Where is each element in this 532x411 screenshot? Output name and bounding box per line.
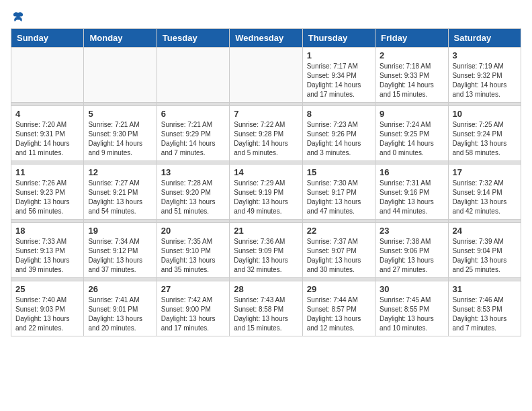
calendar-cell: 24Sunrise: 7:39 AMSunset: 9:04 PMDayligh… — [448, 223, 521, 278]
calendar-cell: 15Sunrise: 7:30 AMSunset: 9:17 PMDayligh… — [302, 165, 375, 220]
day-number: 12 — [88, 167, 152, 177]
calendar-cell: 14Sunrise: 7:29 AMSunset: 9:19 PMDayligh… — [230, 165, 302, 220]
calendar-cell: 23Sunrise: 7:38 AMSunset: 9:06 PMDayligh… — [375, 223, 448, 278]
day-number: 14 — [234, 167, 298, 177]
day-info: Sunrise: 7:43 AMSunset: 8:58 PMDaylight:… — [234, 295, 298, 333]
day-info: Sunrise: 7:34 AMSunset: 9:12 PMDaylight:… — [88, 237, 152, 275]
day-number: 22 — [307, 226, 371, 236]
day-info: Sunrise: 7:29 AMSunset: 9:19 PMDaylight:… — [234, 179, 298, 216]
day-info: Sunrise: 7:45 AMSunset: 8:55 PMDaylight:… — [380, 295, 443, 333]
day-info: Sunrise: 7:26 AMSunset: 9:23 PMDaylight:… — [15, 179, 79, 216]
day-info: Sunrise: 7:37 AMSunset: 9:07 PMDaylight:… — [307, 237, 371, 275]
day-info: Sunrise: 7:31 AMSunset: 9:16 PMDaylight:… — [380, 179, 443, 216]
day-info: Sunrise: 7:22 AMSunset: 9:28 PMDaylight:… — [234, 120, 298, 158]
week-row-2: 11Sunrise: 7:26 AMSunset: 9:23 PMDayligh… — [11, 165, 521, 220]
day-number: 6 — [161, 109, 225, 119]
day-info: Sunrise: 7:38 AMSunset: 9:06 PMDaylight:… — [380, 237, 443, 275]
day-number: 2 — [380, 50, 443, 60]
calendar-cell: 25Sunrise: 7:40 AMSunset: 9:03 PMDayligh… — [11, 281, 84, 336]
calendar-cell: 13Sunrise: 7:28 AMSunset: 9:20 PMDayligh… — [157, 165, 229, 220]
day-number: 23 — [380, 226, 443, 236]
day-header-tuesday: Tuesday — [157, 29, 229, 48]
day-number: 15 — [307, 167, 371, 177]
day-info: Sunrise: 7:35 AMSunset: 9:10 PMDaylight:… — [161, 237, 225, 275]
calendar-cell: 17Sunrise: 7:32 AMSunset: 9:14 PMDayligh… — [448, 165, 521, 220]
calendar-cell: 2Sunrise: 7:18 AMSunset: 9:33 PMDaylight… — [375, 48, 448, 103]
logo — [11, 11, 24, 23]
day-info: Sunrise: 7:30 AMSunset: 9:17 PMDaylight:… — [307, 179, 371, 216]
day-info: Sunrise: 7:20 AMSunset: 9:31 PMDaylight:… — [15, 120, 79, 158]
day-number: 27 — [161, 284, 225, 294]
calendar-cell: 18Sunrise: 7:33 AMSunset: 9:13 PMDayligh… — [11, 223, 84, 278]
day-info: Sunrise: 7:32 AMSunset: 9:14 PMDaylight:… — [453, 179, 517, 216]
week-row-4: 25Sunrise: 7:40 AMSunset: 9:03 PMDayligh… — [11, 281, 521, 336]
calendar-cell: 16Sunrise: 7:31 AMSunset: 9:16 PMDayligh… — [375, 165, 448, 220]
day-header-thursday: Thursday — [302, 29, 375, 48]
day-number: 18 — [15, 226, 79, 236]
calendar-cell: 26Sunrise: 7:41 AMSunset: 9:01 PMDayligh… — [84, 281, 157, 336]
day-number: 9 — [380, 109, 443, 119]
day-info: Sunrise: 7:21 AMSunset: 9:30 PMDaylight:… — [88, 120, 152, 158]
day-number: 5 — [88, 109, 152, 119]
day-number: 19 — [88, 226, 152, 236]
calendar-header-row: SundayMondayTuesdayWednesdayThursdayFrid… — [11, 29, 521, 48]
day-info: Sunrise: 7:33 AMSunset: 9:13 PMDaylight:… — [15, 237, 79, 275]
week-row-0: 1Sunrise: 7:17 AMSunset: 9:34 PMDaylight… — [11, 48, 521, 103]
calendar-cell: 8Sunrise: 7:23 AMSunset: 9:26 PMDaylight… — [302, 106, 375, 161]
day-number: 28 — [234, 284, 298, 294]
day-number: 20 — [161, 226, 225, 236]
day-info: Sunrise: 7:21 AMSunset: 9:29 PMDaylight:… — [161, 120, 225, 158]
calendar-cell — [230, 48, 302, 103]
day-info: Sunrise: 7:19 AMSunset: 9:32 PMDaylight:… — [453, 62, 517, 99]
day-number: 3 — [453, 50, 517, 60]
day-info: Sunrise: 7:42 AMSunset: 9:00 PMDaylight:… — [161, 295, 225, 333]
week-row-3: 18Sunrise: 7:33 AMSunset: 9:13 PMDayligh… — [11, 223, 521, 278]
calendar-cell: 31Sunrise: 7:46 AMSunset: 8:53 PMDayligh… — [448, 281, 521, 336]
day-number: 17 — [453, 167, 517, 177]
day-info: Sunrise: 7:24 AMSunset: 9:25 PMDaylight:… — [380, 120, 443, 158]
day-info: Sunrise: 7:23 AMSunset: 9:26 PMDaylight:… — [307, 120, 371, 158]
week-row-1: 4Sunrise: 7:20 AMSunset: 9:31 PMDaylight… — [11, 106, 521, 161]
day-header-friday: Friday — [375, 29, 448, 48]
calendar-cell: 27Sunrise: 7:42 AMSunset: 9:00 PMDayligh… — [157, 281, 229, 336]
calendar-cell: 28Sunrise: 7:43 AMSunset: 8:58 PMDayligh… — [230, 281, 302, 336]
day-number: 10 — [453, 109, 517, 119]
calendar-cell: 10Sunrise: 7:25 AMSunset: 9:24 PMDayligh… — [448, 106, 521, 161]
calendar-cell: 6Sunrise: 7:21 AMSunset: 9:29 PMDaylight… — [157, 106, 229, 161]
day-number: 25 — [15, 284, 79, 294]
day-number: 4 — [15, 109, 79, 119]
calendar-cell: 7Sunrise: 7:22 AMSunset: 9:28 PMDaylight… — [230, 106, 302, 161]
day-number: 21 — [234, 226, 298, 236]
day-info: Sunrise: 7:28 AMSunset: 9:20 PMDaylight:… — [161, 179, 225, 216]
day-header-sunday: Sunday — [11, 29, 84, 48]
day-header-saturday: Saturday — [448, 29, 521, 48]
page-header — [11, 11, 521, 23]
calendar-cell — [11, 48, 84, 103]
calendar-cell: 11Sunrise: 7:26 AMSunset: 9:23 PMDayligh… — [11, 165, 84, 220]
calendar-cell: 5Sunrise: 7:21 AMSunset: 9:30 PMDaylight… — [84, 106, 157, 161]
calendar-cell — [84, 48, 157, 103]
calendar-cell: 19Sunrise: 7:34 AMSunset: 9:12 PMDayligh… — [84, 223, 157, 278]
day-info: Sunrise: 7:39 AMSunset: 9:04 PMDaylight:… — [453, 237, 517, 275]
day-info: Sunrise: 7:44 AMSunset: 8:57 PMDaylight:… — [307, 295, 371, 333]
calendar-cell: 1Sunrise: 7:17 AMSunset: 9:34 PMDaylight… — [302, 48, 375, 103]
day-number: 31 — [453, 284, 517, 294]
calendar-cell: 12Sunrise: 7:27 AMSunset: 9:21 PMDayligh… — [84, 165, 157, 220]
day-info: Sunrise: 7:46 AMSunset: 8:53 PMDaylight:… — [453, 295, 517, 333]
day-number: 24 — [453, 226, 517, 236]
calendar-cell: 29Sunrise: 7:44 AMSunset: 8:57 PMDayligh… — [302, 281, 375, 336]
day-number: 13 — [161, 167, 225, 177]
day-number: 29 — [307, 284, 371, 294]
logo-bird-icon — [12, 11, 24, 23]
day-info: Sunrise: 7:40 AMSunset: 9:03 PMDaylight:… — [15, 295, 79, 333]
calendar-cell: 21Sunrise: 7:36 AMSunset: 9:09 PMDayligh… — [230, 223, 302, 278]
day-number: 1 — [307, 50, 371, 60]
day-number: 30 — [380, 284, 443, 294]
day-number: 26 — [88, 284, 152, 294]
day-info: Sunrise: 7:25 AMSunset: 9:24 PMDaylight:… — [453, 120, 517, 158]
calendar-cell: 22Sunrise: 7:37 AMSunset: 9:07 PMDayligh… — [302, 223, 375, 278]
calendar-cell: 4Sunrise: 7:20 AMSunset: 9:31 PMDaylight… — [11, 106, 84, 161]
day-info: Sunrise: 7:36 AMSunset: 9:09 PMDaylight:… — [234, 237, 298, 275]
calendar-cell: 9Sunrise: 7:24 AMSunset: 9:25 PMDaylight… — [375, 106, 448, 161]
day-number: 11 — [15, 167, 79, 177]
